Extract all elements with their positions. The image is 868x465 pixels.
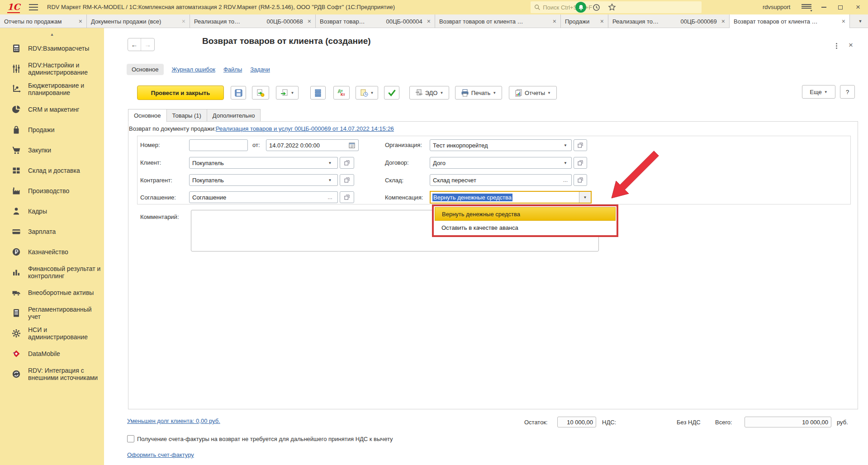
service-menu-icon[interactable]: ▼ [802, 4, 811, 10]
contract-input[interactable] [430, 157, 560, 169]
client-open-button[interactable] [340, 157, 354, 169]
dropdown-option-keep-as-advance[interactable]: Оставить в качестве аванса [435, 221, 616, 234]
nav-error-log[interactable]: Журнал ошибок [172, 66, 215, 73]
organization-dropdown-button[interactable]: ▼ [560, 139, 572, 151]
close-tab-icon[interactable]: × [720, 18, 725, 25]
compensation-combobox[interactable]: Вернуть денежные средства ▼ [430, 191, 592, 204]
form-menu-dots-icon[interactable] [835, 42, 839, 50]
tab-return-4[interactable]: Возврат товар…00ЦБ-000004× [316, 14, 435, 28]
sidebar-item-sales[interactable]: Продажи [0, 119, 104, 140]
close-tab-icon[interactable]: × [77, 18, 82, 25]
sidebar-item-warehouse[interactable]: Склад и доставка [0, 160, 104, 180]
tab-overflow-button[interactable]: ▼ [853, 14, 868, 28]
search-input[interactable] [543, 4, 698, 11]
sidebar-item-hr[interactable]: Кадры [0, 201, 104, 221]
save-button[interactable] [231, 86, 246, 100]
close-form-button[interactable]: × [849, 41, 853, 50]
doc-tab-main[interactable]: Основное [128, 109, 167, 122]
sidebar-item-fixed-assets[interactable]: Внеоборотные активы [0, 282, 104, 303]
date-input[interactable] [266, 139, 346, 151]
sidebar-item-financial-result[interactable]: Финансовый результат и контроллинг [0, 262, 104, 282]
sidebar-item-rdv-settlements[interactable]: RDV:Взаиморасчеты [0, 38, 104, 58]
tab-return-client-1[interactable]: Возврат товаров от клиента …× [435, 14, 561, 28]
invoice-not-required-checkbox[interactable] [127, 435, 134, 442]
tab-sales-documents[interactable]: Документы продажи (все)× [87, 14, 190, 28]
post-and-close-button[interactable]: Провести и закрыть [137, 85, 224, 100]
tab-sales[interactable]: Продажи× [561, 14, 608, 28]
close-tab-icon[interactable]: × [180, 18, 185, 25]
post-document-button[interactable] [252, 86, 269, 100]
document-register-button[interactable] [310, 86, 326, 100]
history-icon[interactable] [591, 2, 602, 13]
sidebar-item-datamobile[interactable]: DataMobile [0, 343, 104, 364]
form-nav-links: Основное Журнал ошибок Файлы Задачи [127, 64, 270, 75]
sidebar-item-rdv-administration[interactable]: RDV:Настройки и администрирование [0, 58, 104, 79]
document-movements-button[interactable]: ▼ [356, 86, 378, 100]
back-button[interactable]: ← [128, 38, 141, 51]
agreement-open-button[interactable] [340, 191, 354, 203]
client-debt-link[interactable]: Уменьшен долг клиента: 0,00 руб. [127, 418, 220, 424]
current-user[interactable]: rdvsupport [763, 4, 790, 10]
contract-open-button[interactable] [574, 157, 587, 169]
sidebar-item-salary[interactable]: Зарплата [0, 221, 104, 242]
tab-sales-reports[interactable]: Отчеты по продажам× [0, 14, 87, 28]
edo-button[interactable]: ЭДО ▼ [409, 86, 449, 100]
close-window-button[interactable]: × [852, 3, 864, 12]
counterparty-input[interactable] [189, 174, 323, 186]
check-fill-button[interactable] [384, 86, 399, 100]
compensation-dropdown-button[interactable]: ▼ [579, 192, 591, 203]
sidebar-item-rdv-integration[interactable]: RDV: Интеграция с внешними источниками [0, 364, 104, 384]
main-menu-icon[interactable] [29, 4, 38, 10]
sidebar-item-regulated-accounting[interactable]: Регламентированный учет [0, 303, 104, 323]
nav-files[interactable]: Файлы [223, 66, 242, 73]
dropdown-option-return-money[interactable]: Вернуть денежные средства [435, 207, 616, 221]
warehouse-choose-button[interactable]: … [560, 174, 572, 186]
forward-button[interactable]: → [141, 38, 154, 51]
doc-tab-goods[interactable]: Товары (1) [167, 109, 207, 122]
create-invoice-link[interactable]: Оформить счет-фактуру [127, 451, 194, 458]
tab-realization-68[interactable]: Реализация то…00ЦБ-000068× [190, 14, 316, 28]
organization-open-button[interactable] [574, 139, 587, 151]
nav-main[interactable]: Основное [127, 64, 164, 75]
close-tab-icon[interactable]: × [306, 18, 311, 25]
agreement-input[interactable] [189, 191, 323, 203]
tab-realization-69[interactable]: Реализация то…00ЦБ-000069× [608, 14, 730, 28]
sidebar-item-production[interactable]: Производство [0, 180, 104, 201]
close-tab-icon[interactable]: × [840, 18, 845, 25]
reports-button[interactable]: Отчеты ▼ [509, 86, 557, 100]
warehouse-input[interactable] [430, 174, 560, 186]
document-tabs: Основное Товары (1) Дополнительно [128, 109, 261, 122]
more-button[interactable]: Еще ▼ [802, 85, 835, 99]
contract-dropdown-button[interactable]: ▼ [560, 157, 572, 169]
close-tab-icon[interactable]: × [425, 18, 431, 25]
minimize-button[interactable] [818, 3, 830, 12]
restore-button[interactable] [835, 3, 846, 12]
notifications-bell-icon[interactable] [575, 2, 586, 13]
counterparty-open-button[interactable] [340, 174, 354, 186]
doc-tab-additional[interactable]: Дополнительно [207, 109, 261, 122]
nav-tasks[interactable]: Задачи [250, 66, 270, 73]
print-button[interactable]: Печать ▼ [455, 86, 502, 100]
agreement-choose-button[interactable]: … [323, 191, 338, 203]
tab-return-client-active[interactable]: Возврат товаров от клиента …× [730, 14, 850, 28]
sidebar-item-nsi-administration[interactable]: НСИ и администрирование [0, 323, 104, 343]
client-dropdown-button[interactable]: ▼ [323, 157, 338, 169]
sidebar-item-treasury[interactable]: Казначейство [0, 242, 104, 262]
calendar-button[interactable] [345, 139, 359, 151]
sidebar-item-purchases[interactable]: Закупки [0, 140, 104, 160]
dt-kt-button[interactable]: ДтКт [333, 86, 350, 100]
organization-input[interactable] [430, 139, 560, 151]
help-button[interactable]: ? [840, 85, 855, 99]
client-input[interactable] [189, 157, 323, 169]
return-doc-link[interactable]: Реализация товаров и услуг 00ЦБ-000069 о… [216, 125, 394, 132]
close-tab-icon[interactable]: × [598, 18, 604, 25]
favorites-star-icon[interactable] [607, 2, 617, 13]
sidebar-item-budgeting[interactable]: Бюджетирование и планирование [0, 79, 104, 99]
sidebar-collapse-button[interactable]: ▲ [0, 31, 104, 38]
warehouse-open-button[interactable] [574, 174, 587, 186]
sidebar-item-crm[interactable]: CRM и маркетинг [0, 99, 104, 119]
number-input[interactable] [189, 139, 248, 151]
create-based-on-button[interactable]: ▼ [276, 86, 299, 100]
counterparty-dropdown-button[interactable]: ▼ [323, 174, 338, 186]
close-tab-icon[interactable]: × [551, 18, 556, 25]
